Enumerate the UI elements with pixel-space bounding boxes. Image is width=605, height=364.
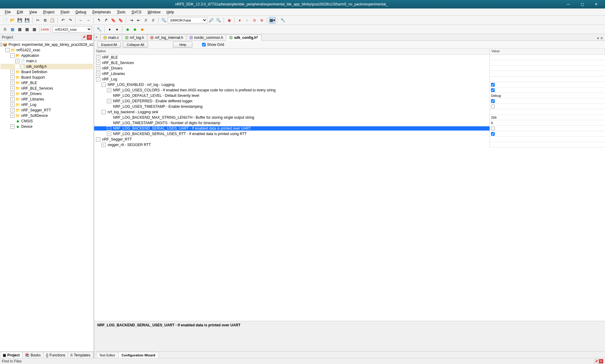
translate-icon[interactable]: ⎘ (2, 26, 9, 33)
bookmark-next-icon[interactable]: ↱ (103, 17, 109, 24)
breakpoint-kill-icon[interactable]: ⊘ (251, 17, 258, 24)
tree-item[interactable]: +📁nRF_SoftDevice (1, 113, 93, 118)
tree-twistie-icon[interactable]: - (1, 43, 2, 47)
error-level-combo[interactable]: ERROR:Fatal (168, 17, 207, 23)
tree-twistie-icon[interactable]: - (10, 53, 15, 58)
minimize-button[interactable]: — (561, 0, 575, 9)
bookmark-clear-icon[interactable]: 🔖 (117, 17, 124, 24)
tree-item[interactable]: +📁nRF_BLE (1, 80, 93, 86)
config-row[interactable]: +NRF_LOG_DEFERRED - Enable deffered logg… (94, 98, 605, 104)
editor-tab[interactable]: nrf_log.h (122, 34, 147, 40)
tree-twistie-icon[interactable]: + (10, 70, 15, 74)
config-row[interactable]: +NRF_LOG_BACKEND_SERIAL_USES_RTT - If en… (94, 131, 605, 137)
config-value-cell[interactable] (490, 66, 605, 71)
manage-rte-icon[interactable]: ◆ (132, 26, 138, 33)
tree-twistie-icon[interactable]: + (10, 114, 15, 118)
config-value-cell[interactable] (490, 109, 605, 115)
tab-close-icon[interactable]: ✕ (600, 36, 603, 40)
menu-help[interactable]: Help (163, 9, 177, 15)
collapse-all-button[interactable]: Collapse All (123, 42, 148, 48)
tree-item[interactable]: +📁Board Support (1, 75, 93, 80)
find-icon[interactable]: 🔍 (160, 17, 167, 24)
config-row[interactable]: NRF_LOG_BACKEND_MAX_STRING_LENGTH - Buff… (94, 115, 605, 120)
save-all-icon[interactable]: 💾 (24, 17, 30, 24)
show-grid-check[interactable]: Show Grid (202, 43, 224, 47)
editor-tab[interactable]: nrf_log_internal.h (147, 34, 187, 40)
config-value-cell[interactable] (490, 60, 605, 66)
batch-build-icon[interactable]: ▦ (24, 26, 30, 33)
config-value-cell[interactable] (490, 98, 605, 104)
breakpoint-killall-icon[interactable]: ⊗ (258, 17, 265, 24)
config-value-checkbox[interactable] (491, 83, 495, 87)
manage-components-icon[interactable]: ♦ (106, 26, 113, 33)
breakpoint-disable-icon[interactable]: ○ (244, 17, 250, 24)
tree-twistie-icon[interactable]: + (10, 81, 15, 85)
config-row[interactable]: +segger_rtt - SEGGER RTT (94, 142, 605, 148)
menu-tools[interactable]: Tools (114, 9, 129, 15)
tree-item[interactable]: +📁nRF_Log (1, 102, 93, 107)
config-twistie-icon[interactable]: - (96, 137, 100, 141)
menu-svcs[interactable]: SVCS (129, 9, 145, 15)
find-in-files-icon[interactable]: 🔎 (208, 17, 215, 24)
config-twistie-icon[interactable]: - (101, 83, 106, 87)
outdent-icon[interactable]: ⇤ (135, 17, 142, 24)
cut-icon[interactable]: ✂ (34, 17, 41, 24)
comment-icon[interactable]: // (143, 17, 149, 24)
config-value-cell[interactable] (490, 77, 605, 82)
menu-flash[interactable]: Flash (57, 9, 72, 15)
bookmark-prev-icon[interactable]: ↰ (95, 17, 102, 24)
debug-icon[interactable]: ◉ (226, 17, 232, 24)
tree-twistie-icon[interactable]: + (10, 75, 15, 80)
config-value-cell[interactable] (490, 82, 605, 87)
editor-bottom-tab-configuration-wizard[interactable]: Configuration Wizard (118, 352, 159, 358)
config-value-cell[interactable] (490, 87, 605, 93)
config-value-cell[interactable] (490, 137, 605, 142)
config-value-cell[interactable] (490, 104, 605, 109)
project-tab-templates[interactable]: ⎘Templates (68, 352, 93, 358)
bookmark-toggle-icon[interactable]: 🔖 (110, 17, 117, 24)
tree-item[interactable]: -📦Project: experimental_ble_app_blinky_p… (1, 42, 93, 47)
tree-twistie-icon[interactable]: + (10, 97, 15, 101)
config-twistie-icon[interactable]: + (107, 88, 111, 92)
config-twistie-icon[interactable]: + (96, 61, 100, 65)
save-icon[interactable]: 💾 (16, 17, 23, 24)
simulator-icon[interactable]: ◆ (139, 26, 146, 33)
tree-item[interactable]: -📂Application (1, 53, 93, 58)
tree-item[interactable]: -📁nrf51422_xxac (1, 47, 93, 53)
config-row[interactable]: +nRF_BLE (94, 55, 605, 60)
panel-pin-icon[interactable]: 📌 (81, 35, 86, 40)
tab-dropdown-icon[interactable]: ▾ (597, 36, 599, 40)
download-icon[interactable]: LOAD (42, 26, 48, 33)
config-value-cell[interactable]: 256 (490, 115, 605, 120)
config-value-cell[interactable] (490, 131, 605, 137)
target-options-icon[interactable]: 🔧 (96, 26, 102, 33)
editor-tab[interactable]: main.c (100, 34, 122, 40)
config-value-cell[interactable] (490, 142, 605, 148)
stop-build-icon[interactable]: ▦ (31, 26, 38, 33)
config-value-checkbox[interactable] (491, 127, 495, 130)
menu-window[interactable]: Window (144, 9, 163, 15)
config-row[interactable]: -nRF_Segger_RTT (94, 137, 605, 142)
statusbar-close-icon[interactable]: ✕ (599, 359, 603, 363)
panel-close-icon[interactable]: ✕ (87, 35, 92, 40)
tree-item[interactable]: +📄main.c (1, 58, 93, 64)
editor-tab[interactable]: sdk_config.h* (226, 35, 261, 41)
tree-item[interactable]: +📁nRF_Libraries (1, 97, 93, 102)
config-value-checkbox[interactable] (491, 105, 495, 108)
menu-debug[interactable]: Debug (73, 9, 89, 15)
select-packs-icon[interactable]: ♦ (114, 26, 120, 33)
tree-twistie-icon[interactable]: + (10, 103, 15, 107)
menu-project[interactable]: Project (40, 9, 57, 15)
config-value-cell[interactable]: Debug (490, 93, 605, 98)
nav-back-icon[interactable]: ← (77, 17, 84, 24)
config-value-cell[interactable]: 8 (490, 120, 605, 126)
tree-twistie-icon[interactable]: + (10, 86, 15, 90)
paste-icon[interactable]: 📋 (49, 17, 56, 24)
tree-item[interactable]: ◆CMSIS (1, 118, 93, 124)
config-value-cell[interactable] (490, 71, 605, 77)
config-value-cell[interactable] (490, 55, 605, 60)
config-row[interactable]: +NRF_LOG_USES_COLORS - If enabled then A… (94, 87, 605, 93)
menu-file[interactable]: File (2, 9, 14, 15)
close-button[interactable]: ✕ (589, 0, 603, 9)
new-file-icon[interactable]: 📄 (2, 17, 9, 24)
